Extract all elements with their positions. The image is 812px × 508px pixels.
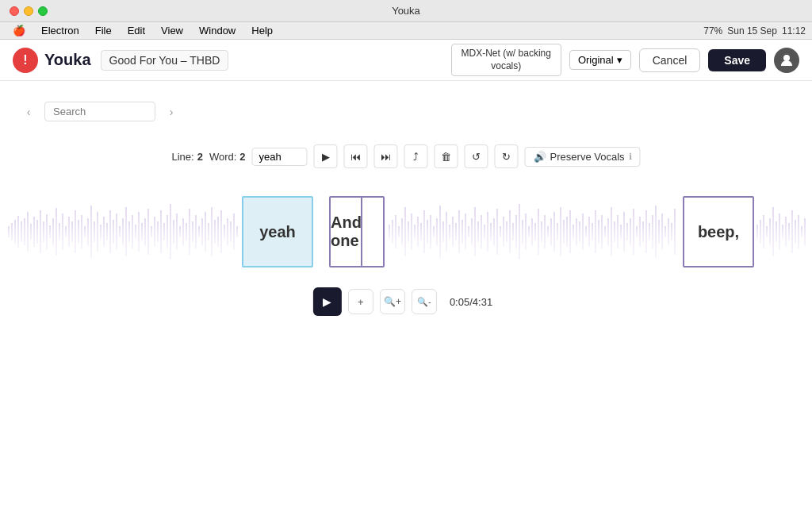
svg-rect-10 [36,220,38,244]
svg-rect-71 [230,221,232,242]
word-info: Word: 2 [209,151,246,163]
play-control-button[interactable]: ▶ [314,144,338,168]
svg-rect-1 [8,226,10,237]
svg-rect-62 [201,218,203,245]
main-play-button[interactable]: ▶ [313,287,342,316]
delete-button[interactable]: 🗑 [435,144,458,168]
svg-rect-87 [430,215,431,248]
svg-rect-132 [573,225,574,239]
menu-window[interactable]: Window [193,23,242,38]
undo-button[interactable]: ↺ [465,144,488,168]
svg-rect-69 [224,225,225,239]
menu-electron[interactable]: Electron [35,23,86,38]
play-icon-main: ▶ [323,295,331,308]
svg-rect-167 [763,215,764,248]
svg-rect-25 [84,226,86,237]
cancel-button[interactable]: Cancel [639,48,701,72]
svg-rect-126 [553,212,555,252]
svg-rect-176 [791,210,793,253]
word-beep-box[interactable]: beep, [683,196,754,267]
zoom-out-icon: 🔍- [417,297,431,307]
add-button[interactable]: + [348,289,373,314]
svg-rect-76 [395,215,396,248]
main-content: ‹ › Line: 2 Word: 2 ▶ ⏮ ⏭ ⤴ 🗑 ↺ [0,81,812,508]
svg-rect-68 [220,210,222,253]
fastforward-button[interactable]: ⏭ [374,144,398,168]
svg-rect-74 [389,225,390,239]
svg-rect-114 [515,215,517,248]
menu-view[interactable]: View [155,23,190,38]
svg-rect-94 [452,217,454,247]
rewind-button[interactable]: ⏮ [344,144,368,168]
save-button[interactable]: Save [708,49,766,71]
svg-rect-56 [182,218,184,245]
svg-rect-162 [668,218,669,245]
svg-rect-121 [538,209,539,255]
date-display: Sun 15 Sep [727,25,777,37]
svg-rect-57 [186,223,187,241]
svg-rect-91 [442,221,444,242]
svg-rect-21 [71,221,73,242]
svg-rect-79 [404,207,406,256]
svg-rect-155 [645,210,647,253]
svg-rect-32 [106,223,108,241]
maximize-btn[interactable] [38,6,48,16]
nav-forward-button[interactable]: › [162,102,181,121]
word-text-input[interactable] [252,148,308,166]
line-label: Line: [171,151,193,163]
svg-rect-104 [484,225,485,239]
svg-rect-65 [211,207,213,256]
svg-rect-27 [90,206,92,258]
svg-rect-23 [78,220,79,244]
svg-rect-35 [116,214,117,250]
search-input[interactable] [44,102,155,121]
zoom-in-button[interactable]: 🔍+ [380,289,405,314]
svg-rect-113 [512,223,514,241]
word-andone-box[interactable]: And one [329,196,385,267]
menubar: 🍎 Electron File Edit View Window Help 77… [0,22,812,40]
svg-rect-83 [417,217,419,247]
apple-menu[interactable]: 🍎 [6,25,32,37]
svg-rect-29 [97,212,98,252]
preserve-vocals-button[interactable]: 🔊 Preserve Vocals ℹ [525,147,641,167]
svg-rect-89 [436,218,438,245]
svg-rect-134 [579,221,580,242]
word-split-separator [361,196,362,267]
nav-back-button[interactable]: ‹ [19,102,38,121]
menu-help[interactable]: Help [245,23,279,38]
svg-rect-40 [132,215,133,248]
time-display-menu: 11:12 [782,25,806,37]
svg-rect-49 [160,210,162,253]
svg-rect-14 [49,225,51,238]
word-yeah-box[interactable]: yeah [242,196,313,267]
fastforward-icon: ⏭ [381,151,391,163]
svg-rect-16 [56,208,57,256]
menu-edit[interactable]: Edit [121,23,151,38]
svg-rect-127 [557,223,558,241]
redo-icon: ↻ [502,151,511,163]
svg-rect-92 [446,212,447,252]
user-avatar[interactable] [774,48,799,73]
play-icon: ▶ [322,151,330,163]
logo-icon: ! [13,48,38,73]
svg-rect-170 [772,207,774,256]
svg-rect-63 [205,212,206,252]
svg-rect-18 [62,214,63,250]
svg-rect-165 [756,225,758,239]
close-btn[interactable] [10,6,19,16]
svg-rect-164 [674,209,676,255]
zoom-out-button[interactable]: 🔍- [412,289,437,314]
line-info: Line: 2 [171,151,202,163]
share-button[interactable]: ⤴ [404,144,428,168]
logo-initial: ! [23,53,27,67]
original-dropdown[interactable]: Original ▾ [569,50,631,70]
menu-file[interactable]: File [89,23,118,38]
minimize-btn[interactable] [24,6,33,16]
svg-rect-153 [639,217,641,247]
svg-rect-128 [560,207,561,256]
svg-rect-108 [496,209,498,255]
redo-button[interactable]: ↻ [495,144,519,168]
svg-rect-124 [547,226,549,237]
svg-rect-102 [477,221,479,242]
svg-rect-15 [52,218,54,245]
